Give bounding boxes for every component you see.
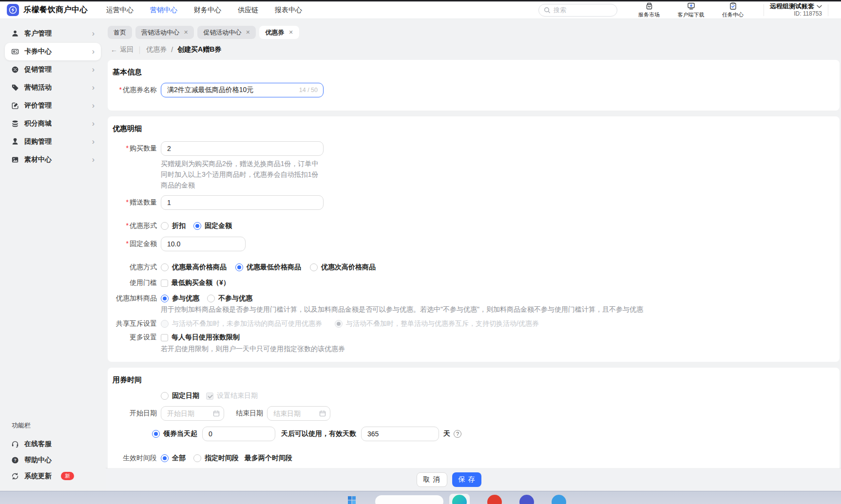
radio-period-all[interactable]: 全部 <box>161 454 186 463</box>
task-center-button[interactable]: 任务中心 <box>718 2 748 19</box>
search-icon <box>544 7 551 14</box>
material-icon <box>11 156 19 164</box>
radio-mutex-usable: 与活动不叠加时，未参加活动的商品可使用优惠券 <box>161 319 322 328</box>
radio-topping-join[interactable]: 参与优惠 <box>161 294 199 303</box>
service-market-button[interactable]: 服务市场 <box>634 2 664 19</box>
discount-form-label: 优惠形式 <box>108 222 157 230</box>
fixed-amount-label: 固定金额 <box>108 240 157 248</box>
system-update-item[interactable]: 系统更新 新 <box>0 468 106 484</box>
radio-icon <box>335 320 343 328</box>
radio-highest-price[interactable]: 优惠最高价格商品 <box>161 263 227 272</box>
buy-qty-input[interactable] <box>161 141 324 156</box>
topbar-divider <box>764 4 764 16</box>
breadcrumb-slash: / <box>171 46 173 54</box>
fixed-amount-input[interactable] <box>161 237 246 251</box>
nav-marketing-center[interactable]: 营销中心 <box>150 6 177 15</box>
radio-label: 优惠最低价格商品 <box>247 263 301 272</box>
taskbar-app-icon[interactable] <box>552 495 566 504</box>
sidebar-item-group-buy[interactable]: 团购管理 › <box>5 133 101 150</box>
sidebar-item-card-coupon-center[interactable]: 卡券中心 › <box>5 43 101 60</box>
ticket-icon <box>11 48 19 56</box>
taskbar-search[interactable] <box>375 495 443 504</box>
sidebar-item-promotion[interactable]: 促销管理 › <box>5 61 101 78</box>
discount-detail-title: 优惠明细 <box>108 123 840 133</box>
tag-icon <box>11 84 19 92</box>
coupon-name-label: 优惠券名称 <box>108 86 157 94</box>
radio-lowest-price[interactable]: 优惠最低价格商品 <box>235 263 301 272</box>
sidebar-item-points-mall[interactable]: 积分商城 › <box>5 115 101 132</box>
nav-report-center[interactable]: 报表中心 <box>275 6 302 15</box>
radio-discount-percent[interactable]: 折扣 <box>161 222 186 230</box>
cancel-button[interactable]: 取 消 <box>417 472 447 487</box>
account-switcher[interactable]: 远程组测试账套 ID: 118753 <box>770 2 822 18</box>
sidebar-item-label: 素材中心 <box>24 155 52 164</box>
radio-period-custom[interactable]: 指定时间段 <box>193 454 239 463</box>
checkbox-label: 最低购买金额（¥） <box>172 279 230 287</box>
close-icon[interactable]: ✕ <box>246 30 250 35</box>
radio-label: 指定时间段 <box>205 454 239 463</box>
breadcrumb-parent[interactable]: 优惠券 <box>146 45 167 54</box>
sidebar-item-marketing[interactable]: 营销活动 › <box>5 79 101 96</box>
radio-label: 领券当天起 <box>163 429 197 438</box>
radio-from-receive-day[interactable]: 领券当天起 <box>152 429 197 438</box>
sidebar-item-reviews[interactable]: 评价管理 › <box>5 97 101 114</box>
sidebar-item-material-center[interactable]: 素材中心 › <box>5 151 101 168</box>
headset-icon <box>11 440 19 448</box>
radio-fixed-amount[interactable]: 固定金额 <box>193 222 232 230</box>
taskbar-app-icon[interactable] <box>519 495 534 504</box>
radio-icon <box>310 263 318 271</box>
sidebar-item-customers[interactable]: 客户管理 › <box>5 25 101 42</box>
calendar-icon[interactable] <box>213 410 220 417</box>
coupon-time-card: 用券时间 固定日期 设置结束日期 开始日期 <box>108 368 840 477</box>
help-center-item[interactable]: ? 帮助中心 <box>0 452 106 468</box>
sidebar: 客户管理 › 卡券中心 › 促销管理 › 营销活动 › 评价管理 › 积分商城 … <box>0 19 106 491</box>
back-button[interactable]: ← 返回 <box>111 45 134 54</box>
topbar: 乐檬餐饮商户中心 运营中心 营销中心 财务中心 供应链 报表中心 搜索 服务市场… <box>0 1 841 19</box>
search-input[interactable]: 搜索 <box>538 4 617 17</box>
function-bar-title: 功能栏 <box>0 421 106 436</box>
topping-label: 优惠加料商品 <box>108 294 157 303</box>
online-service-item[interactable]: 在线客服 <box>0 436 106 452</box>
close-icon[interactable]: ✕ <box>288 30 293 35</box>
radio-icon <box>161 454 169 462</box>
valid-days-input[interactable] <box>361 427 439 441</box>
tab-marketing-activity-center[interactable]: 营销活动中心 ✕ <box>135 26 194 39</box>
char-counter: 14 / 50 <box>299 87 318 93</box>
delay-days-input[interactable] <box>202 427 275 441</box>
chevron-right-icon: › <box>92 120 95 128</box>
tab-home[interactable]: 首页 <box>108 26 132 39</box>
main-content: 首页 营销活动中心 ✕ 促销活动中心 ✕ 优惠券 ✕ ← 返回 │ 优惠券 / … <box>106 19 841 491</box>
radio-topping-not-join[interactable]: 不参与优惠 <box>207 294 252 303</box>
checkbox-min-purchase[interactable]: 最低购买金额（¥） <box>161 279 230 287</box>
taskbar-app-icon[interactable] <box>487 495 502 504</box>
nav-finance-center[interactable]: 财务中心 <box>194 6 221 15</box>
client-download-button[interactable]: 客户端下载 <box>676 2 706 19</box>
user-icon <box>11 30 19 37</box>
new-badge: 新 <box>61 472 74 480</box>
gift-qty-input[interactable] <box>161 195 324 210</box>
save-button[interactable]: 保 存 <box>452 472 482 487</box>
radio-second-highest-price[interactable]: 优惠次高价格商品 <box>310 263 376 272</box>
nav-supply-chain[interactable]: 供应链 <box>238 6 258 15</box>
checkbox-daily-limit[interactable]: 每人每日使用张数限制 <box>161 333 240 342</box>
hint-line: 商品的金额 <box>161 180 840 190</box>
radio-icon <box>152 430 160 438</box>
quick-actions: 服务市场 客户端下载 任务中心 <box>634 2 748 19</box>
calendar-icon[interactable] <box>319 410 326 417</box>
checkbox-label: 设置结束日期 <box>217 392 258 400</box>
help-circle-icon[interactable]: ? <box>454 430 461 438</box>
tab-label: 优惠券 <box>265 28 284 37</box>
radio-fixed-date[interactable]: 固定日期 <box>161 392 199 400</box>
discount-badge-icon <box>11 66 19 74</box>
topping-hint: 用于控制加料商品金额是否参与使用门槛计算，以及加料商品金额是否可以参与优惠。若选… <box>161 304 840 315</box>
window-top-edge <box>0 0 841 1</box>
radio-icon <box>161 320 169 328</box>
sidebar-item-label: 客户管理 <box>24 29 52 38</box>
tab-coupon[interactable]: 优惠券 ✕ <box>259 26 299 39</box>
group-icon <box>11 138 19 146</box>
more-settings-hint: 若开启使用限制，则用户一天中只可使用指定张数的该优惠券 <box>161 343 840 354</box>
nav-operation-center[interactable]: 运营中心 <box>106 6 134 15</box>
windows-start-icon[interactable] <box>348 496 356 504</box>
tab-promotion-activity-center[interactable]: 促销活动中心 ✕ <box>197 26 256 39</box>
close-icon[interactable]: ✕ <box>184 30 188 35</box>
